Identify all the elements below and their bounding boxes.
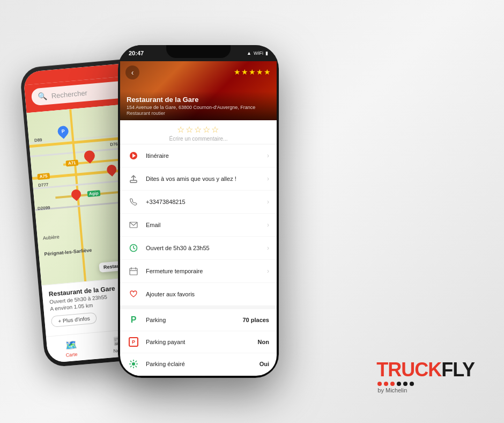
menu-item-fermeture[interactable]: Fermeture temporaire › (120, 260, 277, 283)
fermeture-label: Fermeture temporaire (146, 268, 258, 274)
chevron-icon-0: › (267, 152, 269, 159)
favoris-label: Ajouter aux favoris (146, 291, 269, 297)
menu-item-email[interactable]: Email › (120, 214, 277, 237)
parking-item-eclaire: Parking éclairé Oui (120, 353, 277, 375)
signal-icon: ▲ (247, 50, 251, 56)
rating-row[interactable]: ☆☆☆☆☆ Écrire un commentaire... (120, 120, 277, 144)
parking-payant-icon: P (128, 336, 139, 348)
nav-item-carte[interactable]: 🗺️ Carte (64, 338, 78, 358)
brand: TRUCKFLY by Michelin (376, 360, 475, 393)
more-info-button[interactable]: + Plus d'infos (51, 312, 98, 327)
brand-fly: FLY (441, 359, 475, 381)
parking-main-value: 70 places (242, 317, 269, 323)
iphone-notch-area: 20:47 ▲ WiFi ▮ (118, 45, 279, 61)
map-label-d777: D777 (38, 182, 49, 188)
svg-point-9 (132, 362, 135, 366)
iphone-time: 20:47 (129, 50, 144, 56)
parking-payant-label: Parking payant (146, 339, 251, 345)
hours-icon (128, 242, 139, 254)
carte-icon: 🗺️ (64, 338, 77, 351)
dot-1 (377, 382, 382, 386)
front-phone: 20:47 ▲ WiFi ▮ ‹ ★★★★★ Restaurant de la … (118, 45, 279, 378)
parking-eclaire-value: Oui (260, 361, 269, 367)
rating-placeholder: Écrire un commentaire... (169, 136, 228, 142)
menu-item-itineraire[interactable]: Itinéraire › (120, 144, 277, 167)
detail-header-overlay: Restaurant de la Gare 154 Avenue de la G… (120, 91, 277, 120)
iphone-notch (166, 45, 231, 58)
brand-michelin: by Michelin (376, 387, 407, 393)
parking-p-icon: P (128, 314, 139, 326)
parking-payant-value: Non (258, 339, 269, 345)
map-label-agip: Agip (87, 190, 101, 197)
phone-icon (128, 196, 139, 208)
chevron-icon-3: › (267, 221, 269, 229)
scene: 📶 🔋 🔍 Rechercher (0, 0, 504, 423)
restaurant-stars: ★★★★★ (234, 68, 271, 76)
email-icon (128, 219, 139, 231)
search-placeholder: Rechercher (51, 89, 87, 100)
svg-line-16 (136, 361, 137, 362)
svg-rect-2 (130, 180, 137, 183)
battery-icon: ▮ (265, 50, 268, 56)
menu-list: Itinéraire › Dites à vos amis que vous y… (120, 144, 277, 376)
parking-item-video: Vidéosurveillance Non (120, 375, 277, 376)
map-label-d89: D89 (34, 137, 42, 143)
itineraire-label: Itinéraire (146, 152, 258, 159)
brand-dots (376, 382, 414, 386)
svg-line-17 (130, 366, 132, 368)
menu-item-hours[interactable]: Ouvert de 5h30 à 23h55 › (120, 237, 277, 260)
itineraire-icon (128, 150, 139, 162)
email-label: Email (146, 222, 258, 228)
parking-item-payant: P Parking payant Non (120, 331, 277, 353)
detail-header: ‹ ★★★★★ Restaurant de la Gare 154 Avenue… (120, 61, 277, 120)
hours-label: Ouvert de 5h30 à 23h55 (146, 245, 258, 251)
restaurant-address: 154 Avenue de la Gare, 63800 Cournon-d'A… (127, 105, 270, 110)
nav-label-carte: Carte (65, 351, 78, 358)
svg-line-14 (130, 361, 132, 362)
menu-item-partager[interactable]: Dites à vos amis que vous y allez ! › (120, 167, 277, 191)
phone-label: +33473848215 (146, 199, 258, 205)
menu-item-favoris[interactable]: Ajouter aux favoris (120, 283, 277, 306)
partager-label: Dites à vos amis que vous y allez ! (146, 176, 258, 182)
dot-5 (403, 382, 407, 386)
brand-truck: TRUCK (376, 359, 441, 381)
iphone-screen: ‹ ★★★★★ Restaurant de la Gare 154 Avenue… (120, 61, 277, 376)
map-label-a75: A75 (37, 173, 50, 180)
restaurant-type: Restaurant routier (127, 111, 270, 116)
chevron-icon-5: › (267, 267, 269, 275)
parking-section: P Parking 70 places P Parking payant Non (120, 306, 277, 376)
menu-item-phone[interactable]: +33473848215 › (120, 191, 277, 214)
wifi-icon: WiFi (254, 50, 263, 56)
partager-icon (128, 173, 139, 185)
dot-4 (397, 382, 401, 386)
dot-2 (384, 382, 388, 386)
iphone-status-icons: ▲ WiFi ▮ (247, 50, 268, 56)
dot-3 (390, 382, 395, 386)
back-button[interactable]: ‹ (125, 65, 139, 79)
parking-eclaire-label: Parking éclairé (146, 361, 253, 367)
parking-main-label: Parking (146, 317, 236, 323)
dot-6 (410, 382, 414, 386)
chevron-icon-4: › (267, 244, 269, 252)
svg-rect-5 (130, 268, 137, 275)
chevron-icon-1: › (267, 175, 269, 183)
search-icon: 🔍 (38, 92, 47, 101)
favoris-icon (128, 288, 139, 300)
chevron-icon-2: › (267, 198, 269, 206)
rating-stars[interactable]: ☆☆☆☆☆ (177, 125, 220, 135)
fermeture-icon (128, 265, 139, 277)
restaurant-name: Restaurant de la Gare (127, 96, 270, 104)
parking-item-main: P Parking 70 places (120, 309, 277, 331)
parking-eclaire-icon (128, 358, 139, 370)
map-label-a71: A71 (65, 159, 78, 166)
svg-line-15 (136, 366, 137, 368)
